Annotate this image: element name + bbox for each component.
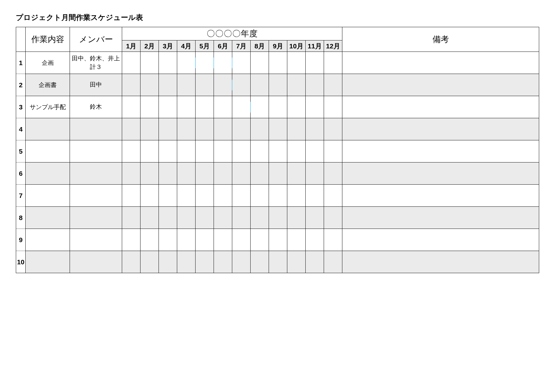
member-cell xyxy=(70,229,122,251)
gantt-cell xyxy=(177,229,196,251)
month-header: 9月 xyxy=(269,40,287,52)
month-header: 6月 xyxy=(214,40,232,52)
header-year: 〇〇〇〇年度 xyxy=(122,27,342,40)
gantt-cell xyxy=(251,96,269,118)
gantt-cell xyxy=(214,140,232,162)
gantt-cell xyxy=(232,52,251,74)
task-cell xyxy=(26,251,70,273)
gantt-cell xyxy=(196,118,214,140)
gantt-cell xyxy=(177,251,196,273)
remark-cell xyxy=(342,185,539,207)
table-row: 6 xyxy=(16,162,539,185)
gantt-cell xyxy=(140,140,159,162)
gantt-cell xyxy=(287,52,306,74)
gantt-cell xyxy=(196,96,214,118)
gantt-cell xyxy=(251,251,269,273)
task-cell xyxy=(26,118,70,140)
gantt-cell xyxy=(196,140,214,162)
gantt-cell xyxy=(177,118,196,140)
gantt-cell xyxy=(140,162,159,185)
gantt-cell xyxy=(214,185,232,207)
row-index: 5 xyxy=(16,140,26,162)
gantt-cell xyxy=(177,162,196,185)
schedule-table: 作業内容 メンバー 〇〇〇〇年度 備考 1月 2月 3月 4月 5月 6月 7月… xyxy=(16,27,539,273)
gantt-cell xyxy=(159,140,177,162)
task-cell: サンプル手配 xyxy=(26,96,70,118)
gantt-cell xyxy=(140,185,159,207)
gantt-cell xyxy=(269,207,287,229)
gantt-cell xyxy=(122,140,140,162)
member-cell xyxy=(70,185,122,207)
gantt-cell xyxy=(122,162,140,185)
gantt-cell xyxy=(287,118,306,140)
table-row: 7 xyxy=(16,185,539,207)
gantt-cell xyxy=(269,74,287,96)
gantt-cell xyxy=(251,229,269,251)
table-row: 3サンプル手配鈴木 xyxy=(16,96,539,118)
gantt-cell xyxy=(232,185,251,207)
gantt-cell xyxy=(159,251,177,273)
gantt-cell xyxy=(122,96,140,118)
month-header: 2月 xyxy=(140,40,159,52)
remark-cell xyxy=(342,251,539,273)
month-header: 12月 xyxy=(324,40,342,52)
gantt-cell xyxy=(140,229,159,251)
remark-cell xyxy=(342,96,539,118)
table-row: 8 xyxy=(16,207,539,229)
table-row: 1企画田中、鈴木、井上計３ xyxy=(16,52,539,74)
gantt-cell xyxy=(122,118,140,140)
gantt-cell xyxy=(159,118,177,140)
member-cell xyxy=(70,162,122,185)
gantt-cell xyxy=(232,140,251,162)
gantt-cell xyxy=(324,118,342,140)
gantt-cell xyxy=(306,74,324,96)
gantt-cell xyxy=(140,207,159,229)
gantt-cell xyxy=(324,229,342,251)
gantt-cell xyxy=(324,251,342,273)
gantt-cell xyxy=(159,162,177,185)
row-index: 4 xyxy=(16,118,26,140)
gantt-cell xyxy=(324,162,342,185)
gantt-cell xyxy=(232,96,251,118)
task-cell xyxy=(26,140,70,162)
gantt-cell xyxy=(122,52,140,74)
gantt-cell xyxy=(251,74,269,96)
gantt-cell xyxy=(140,74,159,96)
gantt-cell xyxy=(269,185,287,207)
gantt-cell xyxy=(214,74,232,96)
member-cell xyxy=(70,251,122,273)
gantt-cell xyxy=(324,185,342,207)
task-cell: 企画 xyxy=(26,52,70,74)
gantt-cell xyxy=(196,251,214,273)
gantt-cell xyxy=(324,140,342,162)
gantt-cell xyxy=(177,140,196,162)
remark-cell xyxy=(342,207,539,229)
table-row: 4 xyxy=(16,118,539,140)
month-header: 11月 xyxy=(306,40,324,52)
gantt-cell xyxy=(159,207,177,229)
gantt-cell xyxy=(324,207,342,229)
gantt-cell xyxy=(306,140,324,162)
task-cell xyxy=(26,185,70,207)
task-cell xyxy=(26,162,70,185)
gantt-cell xyxy=(159,96,177,118)
header-task: 作業内容 xyxy=(26,27,70,52)
gantt-cell xyxy=(287,207,306,229)
gantt-cell xyxy=(232,229,251,251)
month-header: 4月 xyxy=(177,40,196,52)
member-cell: 田中、鈴木、井上計３ xyxy=(70,52,122,74)
month-header: 1月 xyxy=(122,40,140,52)
gantt-cell xyxy=(214,207,232,229)
gantt-cell xyxy=(306,162,324,185)
gantt-cell xyxy=(306,207,324,229)
gantt-cell xyxy=(177,52,196,74)
gantt-cell xyxy=(232,162,251,185)
gantt-cell xyxy=(214,52,232,74)
gantt-cell xyxy=(177,185,196,207)
member-cell xyxy=(70,140,122,162)
gantt-cell xyxy=(269,118,287,140)
gantt-cell xyxy=(214,118,232,140)
gantt-cell xyxy=(251,118,269,140)
header-index xyxy=(16,27,26,52)
gantt-cell xyxy=(232,251,251,273)
